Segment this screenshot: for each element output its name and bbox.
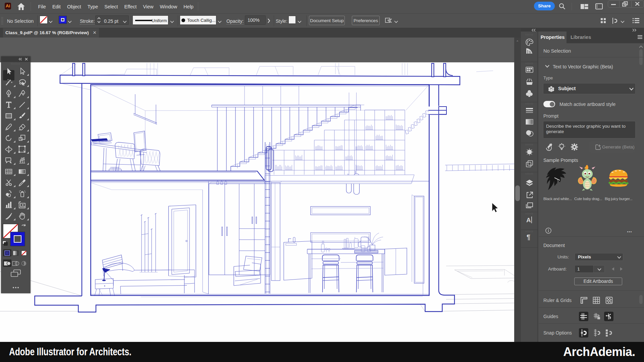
svg-text:¶: ¶ [527,233,530,241]
svg-text:A: A [526,217,531,224]
